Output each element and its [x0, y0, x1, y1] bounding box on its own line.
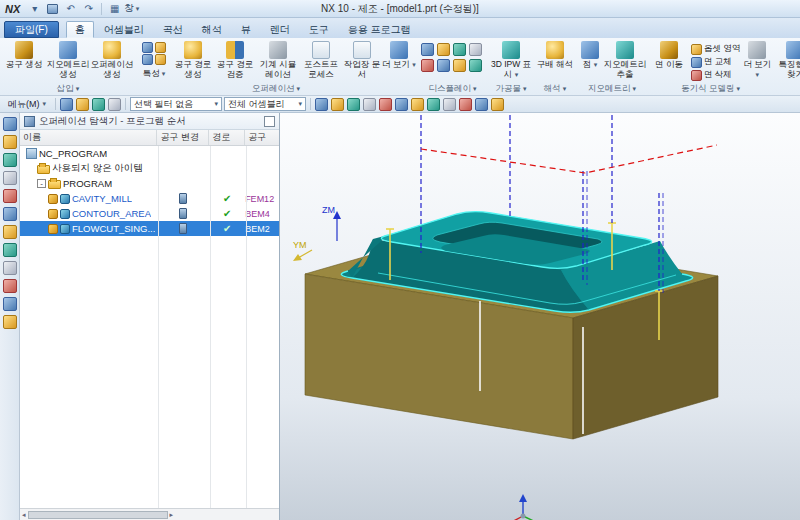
constraint-navigator-icon[interactable]: [3, 135, 17, 149]
show-tool-icon[interactable]: [421, 59, 434, 72]
selection-scope-dropdown[interactable]: 전체 어셈블리▾: [224, 97, 306, 111]
column-header-name[interactable]: 이름: [20, 130, 157, 145]
tab-홈[interactable]: 홈: [66, 21, 94, 38]
tab-해석[interactable]: 해석: [193, 21, 231, 38]
pan-icon[interactable]: [363, 98, 376, 111]
file-menu-button[interactable]: 파일(F): [4, 21, 59, 38]
orient-view-icon[interactable]: [315, 98, 328, 111]
redo-icon[interactable]: ↷: [81, 2, 96, 16]
toolpath-replay-icon[interactable]: [469, 43, 482, 56]
column-header-path[interactable]: 경로: [209, 130, 245, 145]
show-3d-ipw-button[interactable]: 3D IPW 표시 ▾: [489, 39, 533, 83]
group-label-operation[interactable]: 오퍼레이션▾: [136, 83, 416, 95]
operation-more-button[interactable]: 더 보기 ▾: [382, 39, 416, 83]
offset-region-button[interactable]: 옵셋 영역: [691, 43, 740, 55]
machine-tool-navigator-icon[interactable]: [3, 189, 17, 203]
navigator-row[interactable]: 사용되지 않은 아이템: [20, 161, 279, 176]
move-face-button[interactable]: 면 이동: [649, 39, 689, 83]
replace-face-button[interactable]: 면 교체: [691, 56, 740, 68]
navigator-row[interactable]: NC_PROGRAM: [20, 146, 279, 161]
snap-point-icon[interactable]: [108, 98, 121, 111]
selection-arrow-icon[interactable]: [60, 98, 73, 111]
tab-응용 프로그램[interactable]: 응용 프로그램: [339, 21, 420, 38]
column-header-tool-change[interactable]: 공구 변경: [157, 130, 209, 145]
roles-icon[interactable]: [3, 315, 17, 329]
measure-icon[interactable]: [459, 98, 472, 111]
group-label-display[interactable]: 디스플레이▾: [418, 83, 487, 95]
machine-simulation-button[interactable]: 기계 시뮬레이션: [256, 39, 300, 83]
group-label-analysis[interactable]: 해석▾: [535, 83, 575, 95]
panel-pin-icon[interactable]: [264, 116, 275, 127]
show-hide-icon[interactable]: [427, 98, 440, 111]
scroll-left-icon[interactable]: ◂: [22, 511, 26, 519]
create-geometry-button[interactable]: 지오메트리 생성: [46, 39, 90, 83]
show-2d-ipw-icon[interactable]: [453, 43, 466, 56]
manufacturing-wizards-icon[interactable]: [3, 297, 17, 311]
feature-button[interactable]: 특성▾: [143, 68, 166, 80]
column-header-tool[interactable]: 공구: [245, 130, 279, 145]
copy-object-icon[interactable]: [155, 54, 166, 65]
navigator-title-bar[interactable]: 오퍼레이션 탐색기 - 프로그램 순서: [20, 113, 279, 130]
tab-곡선[interactable]: 곡선: [154, 21, 192, 38]
window-menu-button[interactable]: ▦ 창 ▾: [107, 2, 139, 16]
marquee-select-icon[interactable]: [76, 98, 89, 111]
shop-documentation-button[interactable]: 작업장 문서: [342, 39, 382, 83]
tab-도구[interactable]: 도구: [300, 21, 338, 38]
work-plane-icon[interactable]: [443, 98, 456, 111]
group-label-geometry[interactable]: 지오메트리▾: [577, 83, 647, 95]
shaded-view-icon[interactable]: [395, 98, 408, 111]
menu-chevron-icon[interactable]: ▾: [27, 2, 42, 16]
hd3d-tools-icon[interactable]: [3, 225, 17, 239]
scrollbar-thumb[interactable]: [28, 511, 168, 519]
refresh-display-icon[interactable]: [469, 59, 482, 72]
sync-more-button[interactable]: 더 보기 ▾: [742, 39, 772, 83]
generate-toolpath-button[interactable]: 공구 경로 생성: [172, 39, 214, 83]
group-label-insert[interactable]: 삽입▾: [2, 83, 134, 95]
tab-뷰[interactable]: 뷰: [232, 21, 260, 38]
selection-filter-dropdown[interactable]: 선택 필터 없음▾: [130, 97, 222, 111]
menu-button[interactable]: 메뉴(M)▾: [3, 98, 51, 111]
datum-icon[interactable]: [475, 98, 488, 111]
group-label-synchronous-modeling[interactable]: 동기식 모델링▾: [649, 83, 772, 95]
group-label-workpiece[interactable]: 가공물▾: [489, 83, 533, 95]
save-icon[interactable]: [45, 2, 60, 16]
object-properties-icon[interactable]: [142, 42, 153, 53]
extract-geometry-button[interactable]: 지오메트리 추출: [603, 39, 647, 83]
operation-navigator-icon[interactable]: [3, 171, 17, 185]
create-tool-button[interactable]: 공구 생성: [2, 39, 46, 83]
edit-object-icon[interactable]: [155, 42, 166, 53]
rotate-icon[interactable]: [379, 98, 392, 111]
wcs-icon[interactable]: [491, 98, 504, 111]
history-icon[interactable]: [3, 261, 17, 275]
reuse-library-icon[interactable]: [3, 207, 17, 221]
point-button[interactable]: 점 ▾: [577, 39, 603, 83]
web-browser-icon[interactable]: [3, 243, 17, 257]
part-navigator-icon[interactable]: [3, 153, 17, 167]
verify-toolpath-button[interactable]: 공구 경로 검증: [214, 39, 256, 83]
navigator-row[interactable]: FLOWCUT_SING...✔BEM2: [20, 221, 279, 236]
zoom-icon[interactable]: [347, 98, 360, 111]
navigator-row[interactable]: CONTOUR_AREA✔BEM4: [20, 206, 279, 221]
postprocess-button[interactable]: 포스트프로세스: [300, 39, 342, 83]
assembly-navigator-icon[interactable]: [3, 117, 17, 131]
create-operation-button[interactable]: 오퍼레이션 생성: [90, 39, 134, 83]
tree-collapse-icon[interactable]: -: [37, 179, 46, 188]
scroll-right-icon[interactable]: ▸: [170, 511, 174, 519]
tab-어셈블리[interactable]: 어셈블리: [95, 21, 153, 38]
show-toolpath-icon[interactable]: [421, 43, 434, 56]
draft-analysis-button[interactable]: 구배 해석: [535, 39, 575, 83]
edit-display-icon[interactable]: [453, 59, 466, 72]
3d-viewport[interactable]: ZM YM: [280, 113, 800, 520]
find-features-button[interactable]: 특징형상 찾기: [774, 39, 800, 83]
navigator-row[interactable]: CAVITY_MILL✔FEM12: [20, 191, 279, 206]
wireframe-view-icon[interactable]: [411, 98, 424, 111]
navigator-horizontal-scrollbar[interactable]: ◂ ▸: [20, 508, 279, 520]
hide-toolpath-icon[interactable]: [437, 43, 450, 56]
hide-blank-icon[interactable]: [437, 59, 450, 72]
delete-face-button[interactable]: 면 삭제: [691, 69, 740, 81]
tab-렌더[interactable]: 렌더: [261, 21, 299, 38]
navigator-row[interactable]: -PROGRAM: [20, 176, 279, 191]
fit-view-icon[interactable]: [331, 98, 344, 111]
highlight-faces-icon[interactable]: [92, 98, 105, 111]
3d-viewport-canvas[interactable]: ZM YM: [280, 113, 800, 520]
